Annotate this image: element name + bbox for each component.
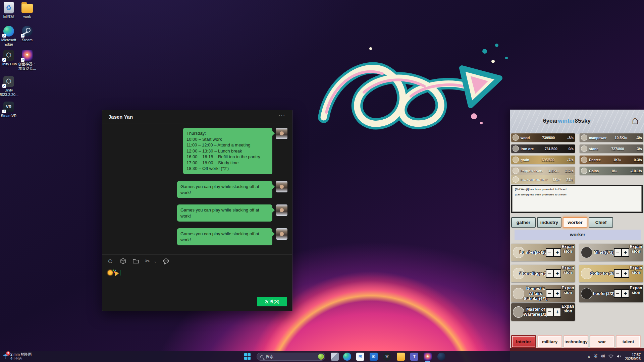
increase-worker-button[interactable]: + <box>622 248 629 257</box>
desktop-icon-genesis-game[interactable]: ✦ 创世神器： 放置沙盒... <box>15 50 39 71</box>
start-button[interactable] <box>244 353 251 360</box>
avatar[interactable] <box>276 181 287 192</box>
expansion-button[interactable]: Expansion <box>629 265 643 275</box>
icon-label: 回收站 <box>3 14 14 19</box>
weather-badge: 5 <box>6 351 10 356</box>
screenshot-icon[interactable]: ✂ <box>145 258 152 264</box>
resource-peoples-hearts[interactable]: People's hearts 1.6K/∞ 2.2/s <box>511 167 575 175</box>
file-transfer-icon[interactable] <box>120 258 126 264</box>
desktop-icon-unity-editor[interactable]: ⬡ Unity 2023.2.20... <box>0 76 21 97</box>
desktop-icon-steamvr[interactable]: VR SteamVR <box>0 101 21 118</box>
resource-rate: 0.3/s <box>634 158 642 162</box>
tab-technology[interactable]: technology <box>564 335 588 348</box>
title-part-blue: winter <box>558 118 575 124</box>
file-explorer-icon[interactable] <box>397 353 405 361</box>
resource-icon <box>581 168 587 174</box>
chatgpt-icon[interactable]: ✻ <box>383 353 391 361</box>
search-box[interactable]: 搜索 <box>257 353 325 361</box>
home-icon[interactable]: ⌂ <box>632 114 639 127</box>
tray-time: 17:57 <box>625 353 641 357</box>
chevron-down-icon[interactable]: ⌄ <box>154 259 157 263</box>
increase-worker-button[interactable]: + <box>553 308 561 316</box>
increase-worker-button[interactable]: + <box>622 269 629 278</box>
edge-taskbar-icon[interactable] <box>343 353 351 361</box>
resource-stone[interactable]: stone 727/800 3/s <box>580 144 643 153</box>
expansion-button[interactable]: Expansion <box>561 304 575 313</box>
volume-icon[interactable] <box>617 354 622 360</box>
resource-decree[interactable]: Decree 1K/∞ 0.3/s <box>580 156 643 164</box>
tab-talent[interactable]: talent <box>616 335 641 348</box>
increase-worker-button[interactable]: + <box>553 289 561 298</box>
tab-military[interactable]: military <box>537 335 562 348</box>
resource-icon <box>513 168 519 174</box>
avatar[interactable] <box>276 128 287 139</box>
resource-icon <box>513 134 519 141</box>
tab-industry[interactable]: industry <box>537 217 561 228</box>
resource-grain[interactable]: grain 695/800 -7/s <box>511 156 575 164</box>
resource-wood[interactable]: wood 739/800 -3/s <box>511 133 575 142</box>
chat-history-icon[interactable] <box>163 258 169 264</box>
steam-taskbar-icon[interactable] <box>437 353 445 361</box>
log-line: [Cai Wenji] has been promoted to 3 level <box>515 193 639 196</box>
folder-icon[interactable] <box>132 258 139 264</box>
desktop-wallpaper: ♻ 回收站 work Microsoft Edge Steam ⬡ Unity … <box>0 0 644 362</box>
game-header: 6yearwinter85sky ⌂ <box>510 110 644 134</box>
tab-interior[interactable]: Interior <box>511 335 536 348</box>
decrease-worker-button[interactable]: − <box>546 308 553 316</box>
tab-worker[interactable]: worker <box>563 217 587 228</box>
resource-rate: 21/s <box>567 178 574 182</box>
weather-widget[interactable]: ☂5 2 mm 的降雨 4小时内 <box>3 352 32 361</box>
expansion-button[interactable]: Expansion <box>561 244 575 254</box>
desktop-icon-work-folder[interactable]: work <box>15 2 39 19</box>
resource-name: manpower <box>589 136 607 140</box>
tray-chevron-icon[interactable]: ∧ <box>587 354 590 359</box>
expansion-button[interactable]: Expansion <box>629 244 643 254</box>
tab-war[interactable]: war <box>590 335 614 348</box>
decrease-worker-button[interactable]: − <box>546 248 553 257</box>
resource-manpower[interactable]: manpower 10.5K/∞ -3/s <box>580 133 643 142</box>
chat-message: Games you can play while slacking off at… <box>177 181 272 198</box>
decrease-worker-button[interactable]: − <box>546 269 553 278</box>
microsoft-store-icon[interactable]: ⊞ <box>356 353 364 361</box>
tab-chief[interactable]: Chief <box>589 217 613 228</box>
resource-name: Coins <box>589 169 599 173</box>
resource-fate-commandment[interactable]: Fate commandment 8K/∞ 21/s <box>511 175 575 184</box>
wifi-icon[interactable] <box>608 354 613 360</box>
decrease-worker-button[interactable]: − <box>614 248 622 257</box>
resource-coins[interactable]: Coins 0/∞ -10.1/s <box>580 167 643 175</box>
expansion-button[interactable]: Expansion <box>629 286 643 295</box>
resource-value: 739/800 <box>542 136 555 140</box>
decrease-worker-button[interactable]: − <box>614 269 622 278</box>
more-menu-icon[interactable]: ⋯ <box>278 112 285 120</box>
ime-language-button[interactable]: 英 <box>594 354 598 359</box>
expansion-button[interactable]: Expansion <box>561 286 575 295</box>
desktop-icon-steam[interactable]: Steam <box>15 25 39 42</box>
resource-iron-ore[interactable]: iron ore 731/800 0/s <box>511 144 575 153</box>
avatar[interactable] <box>276 204 287 216</box>
message-input[interactable] <box>108 270 120 276</box>
task-view-button[interactable] <box>331 353 339 361</box>
ime-mode-button[interactable]: 拼 <box>601 354 605 359</box>
tab-gather[interactable]: gather <box>511 217 536 228</box>
outlook-icon[interactable]: ✉ <box>370 353 378 361</box>
decrease-worker-button[interactable]: − <box>546 289 553 298</box>
avatar[interactable] <box>276 228 287 240</box>
clock[interactable]: 17:57 2025/9/23 <box>625 353 641 361</box>
game-art-icon: ✦ <box>22 50 33 61</box>
teams-icon[interactable]: T <box>410 353 418 361</box>
log-line: [Cai Wenji] has been promoted to 2 level <box>515 188 639 191</box>
increase-worker-button[interactable]: + <box>622 289 629 298</box>
category-tabs: gather industry worker Chief <box>511 217 613 228</box>
genesis-game-taskbar-icon[interactable]: ✦ <box>424 353 432 361</box>
divider <box>102 254 292 255</box>
resource-icon <box>581 145 587 152</box>
send-button[interactable]: 发送(S) <box>257 297 287 306</box>
emoji-icon[interactable]: ☺ <box>107 258 114 264</box>
worker-name: Domestic Affairs Scholar(1/1) <box>523 285 548 302</box>
decrease-worker-button[interactable]: − <box>614 289 622 298</box>
increase-worker-button[interactable]: + <box>553 269 561 278</box>
chat-message: Thursday: 10:00 – Start work 11:00 – 12:… <box>183 128 272 174</box>
expansion-button[interactable]: Expansion <box>561 265 575 275</box>
worker-name: Master of Warfare(1/1) <box>523 303 548 321</box>
increase-worker-button[interactable]: + <box>553 248 561 257</box>
